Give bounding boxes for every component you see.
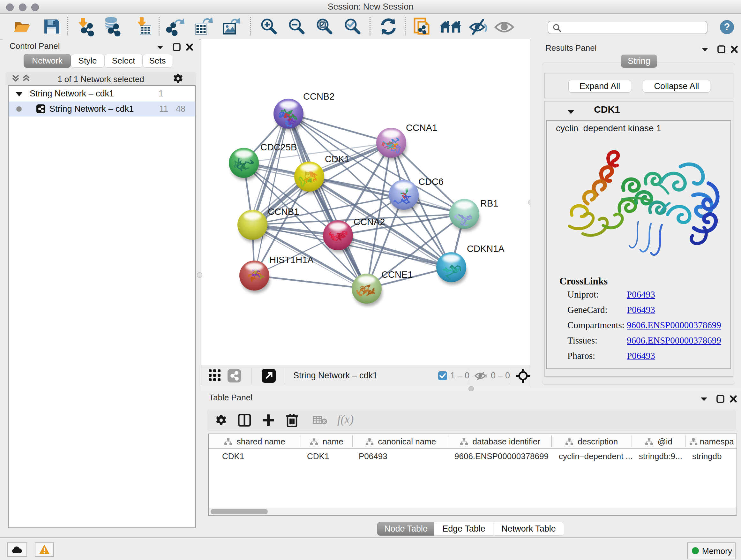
svg-text:CCNE1: CCNE1 [381, 269, 413, 280]
svg-text:RB1: RB1 [480, 198, 498, 208]
svg-text:CDKN1A: CDKN1A [467, 244, 504, 254]
svg-text:HIST1H1A: HIST1H1A [269, 255, 314, 265]
svg-text:CDK1: CDK1 [325, 154, 349, 164]
svg-text:CDC6: CDC6 [418, 177, 444, 187]
svg-text:CCNA1: CCNA1 [406, 123, 437, 133]
svg-text:CDC25B: CDC25B [260, 142, 297, 152]
svg-text:CCNB2: CCNB2 [303, 91, 334, 102]
svg-text:CCNA2: CCNA2 [354, 217, 385, 227]
svg-text:CCNB1: CCNB1 [268, 206, 299, 217]
